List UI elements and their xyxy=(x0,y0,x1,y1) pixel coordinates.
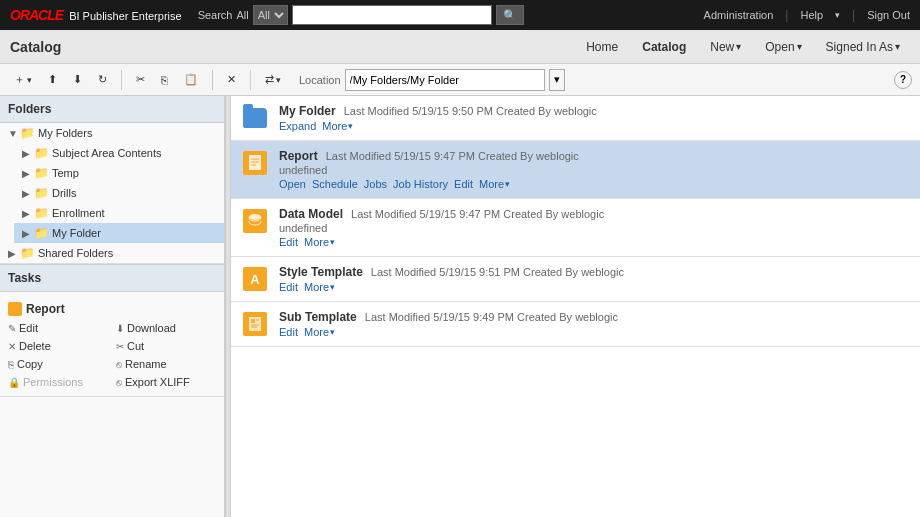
item-details-my-folder: My Folder Last Modified 5/19/15 9:50 PM … xyxy=(279,104,910,132)
folders-section: Folders ▼ 📁 My Folders ▶ 📁 Subject Area … xyxy=(0,96,224,264)
edit-task-icon: ✎ xyxy=(8,323,16,334)
nav-home[interactable]: Home xyxy=(576,36,628,58)
help-link[interactable]: Help xyxy=(800,9,823,21)
tree-label-subject-area: Subject Area Contents xyxy=(52,147,161,159)
refresh-icon: ↻ xyxy=(98,73,107,86)
task-delete[interactable]: ✕ Delete xyxy=(8,338,108,354)
subtemplate-visual-icon xyxy=(243,312,267,336)
task-copy-label: Copy xyxy=(17,358,43,370)
delete-button[interactable]: ✕ xyxy=(221,70,242,89)
paste-button[interactable]: 📋 xyxy=(178,70,204,89)
folder-icon-enrollment: 📁 xyxy=(34,206,48,220)
search-input[interactable] xyxy=(292,5,492,25)
task-download[interactable]: ⬇ Download xyxy=(116,320,216,336)
move-button[interactable]: ⇄▾ xyxy=(259,70,287,89)
download-button[interactable]: ⬇ xyxy=(67,70,88,89)
location-input[interactable] xyxy=(345,69,545,91)
task-edit[interactable]: ✎ Edit xyxy=(8,320,108,336)
location-label: Location xyxy=(299,74,341,86)
action-expand-my-folder[interactable]: Expand xyxy=(279,120,316,132)
tree-item-drills[interactable]: ▶ 📁 Drills xyxy=(14,183,224,203)
style-visual-icon: A xyxy=(243,267,267,291)
action-more-style[interactable]: More xyxy=(304,281,335,293)
search-scope-select[interactable]: All xyxy=(253,5,288,25)
action-edit-style[interactable]: Edit xyxy=(279,281,298,293)
action-open-report[interactable]: Open xyxy=(279,178,306,190)
task-cut[interactable]: ✂ Cut xyxy=(116,338,216,354)
tree-label-temp: Temp xyxy=(52,167,79,179)
item-meta-datamodel: Last Modified 5/19/15 9:47 PM Created By… xyxy=(351,208,604,220)
action-edit-subtemplate[interactable]: Edit xyxy=(279,326,298,338)
tasks-body: Report ✎ Edit ⬇ Download ✕ Delete xyxy=(0,292,224,396)
action-edit-report[interactable]: Edit xyxy=(454,178,473,190)
tasks-section: Tasks Report ✎ Edit ⬇ Download xyxy=(0,264,224,397)
main-area: Folders ▼ 📁 My Folders ▶ 📁 Subject Area … xyxy=(0,96,920,517)
sidebar: Folders ▼ 📁 My Folders ▶ 📁 Subject Area … xyxy=(0,96,225,517)
tree-item-temp[interactable]: ▶ 📁 Temp xyxy=(14,163,224,183)
content-item-datamodel: Data Model Last Modified 5/19/15 9:47 PM… xyxy=(231,199,920,257)
task-rename[interactable]: ⎋ Rename xyxy=(116,356,216,372)
action-more-report[interactable]: More xyxy=(479,178,510,190)
search-button[interactable]: 🔍 xyxy=(496,5,524,25)
search-area: Search All All 🔍 xyxy=(198,5,688,25)
tree-label-drills: Drills xyxy=(52,187,76,199)
copy-button[interactable]: ⎘ xyxy=(155,71,174,89)
task-permissions-label: Permissions xyxy=(23,376,83,388)
refresh-button[interactable]: ↻ xyxy=(92,70,113,89)
svg-point-4 xyxy=(249,214,261,220)
plus-icon: ＋ xyxy=(14,72,25,87)
action-more-my-folder[interactable]: More xyxy=(322,120,353,132)
cut-task-icon: ✂ xyxy=(116,341,124,352)
tasks-header: Tasks xyxy=(0,264,224,292)
task-section-report: Report xyxy=(8,302,216,316)
datamodel-visual-icon xyxy=(243,209,267,233)
task-copy[interactable]: ⎘ Copy xyxy=(8,356,108,372)
action-more-subtemplate[interactable]: More xyxy=(304,326,335,338)
item-subtitle-report: undefined xyxy=(279,164,910,176)
action-schedule-report[interactable]: Schedule xyxy=(312,178,358,190)
tree-item-subject-area[interactable]: ▶ 📁 Subject Area Contents xyxy=(14,143,224,163)
tree-item-my-folders[interactable]: ▼ 📁 My Folders xyxy=(0,123,224,143)
nav-new[interactable]: New xyxy=(700,36,751,58)
task-section-label: Report xyxy=(26,302,65,316)
tree-item-shared-folders[interactable]: ▶ 📁 Shared Folders xyxy=(0,243,224,263)
nav-catalog[interactable]: Catalog xyxy=(632,36,696,58)
new-button[interactable]: ＋▾ xyxy=(8,69,38,90)
oracle-logo: ORACLEBI Publisher Enterprise xyxy=(10,7,182,23)
action-edit-datamodel[interactable]: Edit xyxy=(279,236,298,248)
nav-signed-in-as[interactable]: Signed In As xyxy=(816,36,910,58)
help-icon-button[interactable]: ? xyxy=(894,71,912,89)
location-bar: Location ▾ xyxy=(299,69,890,91)
tree-item-my-folder[interactable]: ▶ 📁 My Folder xyxy=(14,223,224,243)
administration-link[interactable]: Administration xyxy=(704,9,774,21)
page-title: Catalog xyxy=(10,39,572,55)
search-scope[interactable]: All xyxy=(236,9,248,21)
nav-open[interactable]: Open xyxy=(755,36,811,58)
item-name-datamodel: Data Model xyxy=(279,207,343,221)
task-export-xliff[interactable]: ⎋ Export XLIFF xyxy=(116,374,216,390)
export-task-icon: ⎋ xyxy=(116,377,122,388)
sign-out-link[interactable]: Sign Out xyxy=(867,9,910,21)
tree-toggle-shared-folders: ▶ xyxy=(8,248,20,259)
upload-button[interactable]: ⬆ xyxy=(42,70,63,89)
task-download-label: Download xyxy=(127,322,176,334)
item-name-subtemplate: Sub Template xyxy=(279,310,357,324)
folder-icon-temp: 📁 xyxy=(34,166,48,180)
item-actions-subtemplate: Edit More xyxy=(279,326,910,338)
item-title-row-report: Report Last Modified 5/19/15 9:47 PM Cre… xyxy=(279,149,910,163)
tree-toggle-my-folders: ▼ xyxy=(8,128,20,139)
cut-button[interactable]: ✂ xyxy=(130,70,151,89)
item-meta-subtemplate: Last Modified 5/19/15 9:49 PM Created By… xyxy=(365,311,618,323)
content-area: My Folder Last Modified 5/19/15 9:50 PM … xyxy=(231,96,920,517)
tree-item-enrollment[interactable]: ▶ 📁 Enrollment xyxy=(14,203,224,223)
location-dropdown-button[interactable]: ▾ xyxy=(549,69,565,91)
copy-task-icon: ⎘ xyxy=(8,359,14,370)
delete-task-icon: ✕ xyxy=(8,341,16,352)
main-navigation: Home Catalog New Open Signed In As xyxy=(576,36,910,58)
action-jobs-report[interactable]: Jobs xyxy=(364,178,387,190)
action-job-history-report[interactable]: Job History xyxy=(393,178,448,190)
item-actions-datamodel: Edit More xyxy=(279,236,910,248)
report-task-icon xyxy=(8,302,22,316)
action-more-datamodel[interactable]: More xyxy=(304,236,335,248)
tree-label-shared-folders: Shared Folders xyxy=(38,247,113,259)
